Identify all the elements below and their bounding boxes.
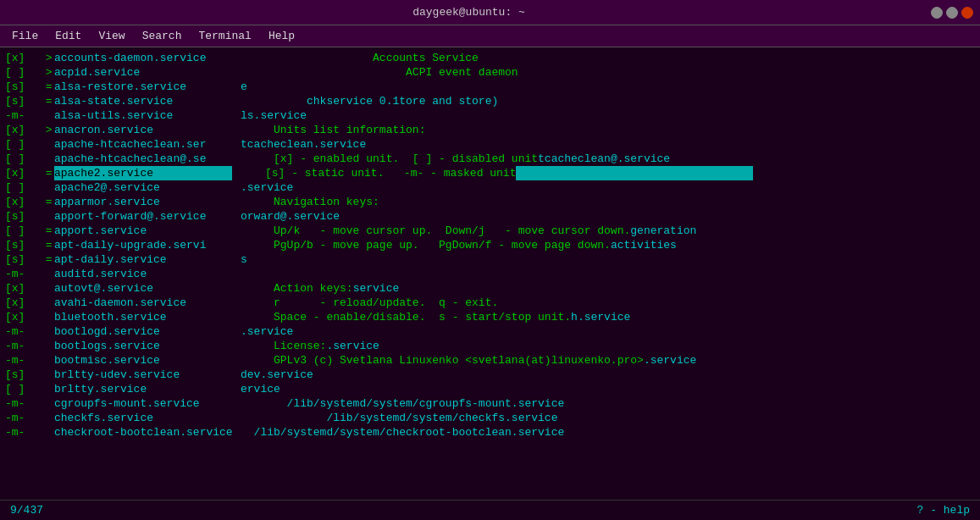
- window-title: daygeek@ubuntu: ~: [7, 6, 931, 19]
- maximize-button[interactable]: [946, 7, 958, 19]
- table-row[interactable]: [ ] =apport.service Up/k - move cursor u…: [5, 224, 975, 238]
- service-arrow: [39, 180, 54, 195]
- service-name: auditd.service: [54, 267, 241, 281]
- service-name: autovt@.service: [54, 281, 241, 296]
- service-name: bootlogd.service: [54, 324, 241, 339]
- table-row[interactable]: [s] =apt-daily-upgrade.servi PgUp/b - mo…: [5, 238, 975, 252]
- close-button[interactable]: [961, 7, 973, 19]
- service-desc: Accounts Service: [241, 51, 479, 65]
- table-row[interactable]: [s] brltty-udev.servicedev.service: [5, 368, 975, 382]
- table-row[interactable]: [x] >anacron.service Units list informat…: [5, 123, 975, 137]
- service-desc: [x] - enabled unit. [ ] - disabled unit: [241, 152, 538, 166]
- table-row[interactable]: -m- alsa-utils.servicels.service: [5, 108, 975, 123]
- title-bar: daygeek@ubuntu: ~: [0, 0, 980, 25]
- table-row[interactable]: [x] bluetooth.service Space - enable/dis…: [5, 310, 975, 324]
- table-row[interactable]: [ ] >acpid.service ACPI event daemon: [5, 65, 975, 80]
- service-name: apt-daily-upgrade.servi: [54, 238, 241, 252]
- service-name: bluetooth.service: [54, 310, 241, 324]
- service-arrow: [39, 324, 54, 339]
- service-arrow: [39, 353, 54, 368]
- menu-file[interactable]: File: [3, 28, 47, 44]
- table-row[interactable]: [s] =alsa-state.service chkservice 0.1to…: [5, 94, 975, 108]
- service-right: tcacheclean.service: [241, 137, 366, 152]
- service-arrow: =: [39, 195, 54, 209]
- table-row[interactable]: [ ] apache-htcacheclean.sertcacheclean.s…: [5, 137, 975, 152]
- menu-edit[interactable]: Edit: [47, 28, 90, 44]
- service-right: .service: [241, 324, 293, 339]
- service-right: e: [241, 80, 247, 94]
- service-arrow: [39, 339, 54, 353]
- table-row[interactable]: [ ] apache-htcacheclean@.se [x] - enable…: [5, 152, 975, 166]
- service-name: alsa-state.service: [54, 94, 241, 108]
- service-arrow: [39, 382, 54, 396]
- service-right: dev.service: [241, 368, 313, 382]
- menu-terminal[interactable]: Terminal: [190, 28, 259, 44]
- service-arrow: [39, 396, 54, 411]
- service-status: [s]: [5, 80, 39, 94]
- service-name: alsa-utils.service: [54, 108, 241, 123]
- table-row[interactable]: [s] apport-forward@.serviceorward@.servi…: [5, 209, 975, 224]
- table-row[interactable]: -m- bootlogd.service.service: [5, 324, 975, 339]
- service-status: [s]: [5, 252, 39, 267]
- service-arrow: [39, 296, 54, 310]
- service-name: apport-forward@.service: [54, 209, 241, 224]
- service-name: checkfs.service: [54, 411, 241, 425]
- service-desc: Space - enable/disable. s - start/stop u…: [241, 310, 571, 324]
- service-name: apache-htcacheclean@.se: [54, 152, 241, 166]
- menu-view[interactable]: View: [90, 28, 133, 44]
- table-row[interactable]: -m- bootlogs.service License:.service: [5, 339, 975, 353]
- service-status: -m-: [5, 267, 39, 281]
- menu-search[interactable]: Search: [134, 28, 191, 44]
- status-bar: 9/437 ? - help: [0, 500, 980, 520]
- table-row[interactable]: [ ] brltty.serviceervice: [5, 382, 975, 396]
- menu-bar: File Edit View Search Terminal Help: [0, 25, 980, 47]
- service-desc: GPLv3 (c) Svetlana Linuxenko <svetlana(a…: [241, 353, 644, 368]
- table-row[interactable]: [s] =apt-daily.services: [5, 252, 975, 267]
- table-row[interactable]: [x] =apache2.service [s] - static unit. …: [5, 166, 975, 180]
- service-arrow: =: [39, 166, 54, 180]
- terminal-body[interactable]: [x] >accounts-daemon.service Accounts Se…: [0, 47, 980, 500]
- service-status: [ ]: [5, 224, 39, 238]
- service-arrow: >: [39, 65, 54, 80]
- table-row[interactable]: [ ] apache2@.service.service: [5, 180, 975, 195]
- table-row[interactable]: -m- bootmisc.service GPLv3 (c) Svetlana …: [5, 353, 975, 368]
- service-status: -m-: [5, 425, 39, 440]
- service-arrow: >: [39, 51, 54, 65]
- table-row[interactable]: [x] autovt@.service Action keys:service: [5, 281, 975, 296]
- service-status: [s]: [5, 209, 39, 224]
- service-right: .service: [241, 180, 293, 195]
- service-desc: chkservice 0.1: [241, 94, 399, 108]
- minimize-button[interactable]: [931, 7, 943, 19]
- service-right: orward@.service: [241, 209, 340, 224]
- service-desc: PgUp/b - move page up. PgDown/f - move p…: [241, 238, 611, 252]
- table-row[interactable]: [x] =apparmor.service Navigation keys:: [5, 195, 975, 209]
- service-arrow: =: [39, 238, 54, 252]
- menu-help[interactable]: Help: [260, 28, 303, 44]
- help-hint: ? - help: [917, 504, 970, 517]
- service-arrow: =: [39, 224, 54, 238]
- service-name: accounts-daemon.service: [54, 51, 241, 65]
- service-right: ervice: [241, 382, 280, 396]
- table-row[interactable]: [x] >accounts-daemon.service Accounts Se…: [5, 51, 975, 65]
- table-row[interactable]: -m- auditd.service: [5, 267, 975, 281]
- table-row[interactable]: -m- cgroupfs-mount.service /lib/systemd/…: [5, 396, 975, 411]
- service-status: [s]: [5, 238, 39, 252]
- table-row[interactable]: [s] =alsa-restore.servicee: [5, 80, 975, 94]
- service-status: [x]: [5, 281, 39, 296]
- service-right: .service: [326, 339, 379, 353]
- service-arrow: [39, 152, 54, 166]
- service-status: [ ]: [5, 382, 39, 396]
- table-row[interactable]: -m- checkroot-bootclean.service /lib/sys…: [5, 425, 975, 440]
- service-name: apache-htcacheclean.ser: [54, 137, 241, 152]
- service-desc: Up/k - move cursor up. Down/j - move cur…: [241, 224, 630, 238]
- service-arrow: =: [39, 252, 54, 267]
- service-status: -m-: [5, 411, 39, 425]
- window-controls[interactable]: [931, 7, 973, 19]
- service-arrow: [39, 368, 54, 382]
- table-row[interactable]: [x] avahi-daemon.service r - reload/upda…: [5, 296, 975, 310]
- service-name: apt-daily.service: [54, 252, 241, 267]
- service-status: [ ]: [5, 180, 39, 195]
- table-row[interactable]: -m- checkfs.service /lib/systemd/system/…: [5, 411, 975, 425]
- service-status: [s]: [5, 94, 39, 108]
- service-status: [x]: [5, 51, 39, 65]
